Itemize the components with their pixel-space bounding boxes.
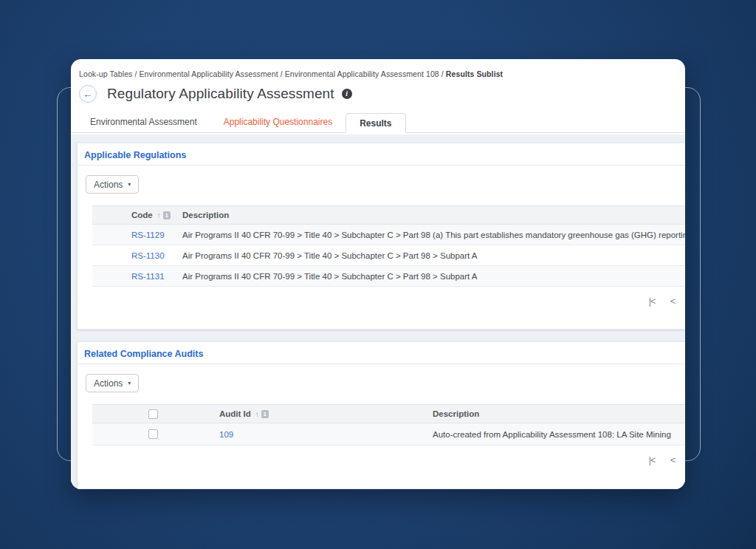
select-all-checkbox[interactable]	[148, 409, 158, 419]
table-row[interactable]: 109 Auto-created from Applicability Asse…	[92, 423, 685, 446]
row-checkbox[interactable]	[148, 429, 158, 439]
previous-page-icon[interactable]: <	[670, 296, 675, 307]
first-page-icon[interactable]: |<	[649, 455, 656, 466]
column-header-description[interactable]: Description	[433, 405, 685, 423]
chevron-down-icon: ▾	[128, 181, 131, 188]
info-icon[interactable]: i	[342, 89, 352, 99]
actions-label: Actions	[94, 378, 123, 389]
audit-id-link[interactable]: 109	[219, 430, 233, 439]
regulation-code-link[interactable]: RS-1130	[131, 251, 165, 260]
related-compliance-audits-header: Related Compliance Audits	[78, 342, 685, 364]
table-row[interactable]: RS-1130 Air Programs II 40 CFR 70-99 > T…	[92, 245, 685, 266]
regulations-pagination: |< <	[78, 294, 685, 307]
regulations-toolbar: Actions ▾	[86, 175, 685, 194]
applicable-regulations-panel: Applicable Regulations Actions ▾ Code↑1	[77, 143, 685, 330]
audits-toolbar: Actions ▾	[86, 374, 685, 392]
actions-label: Actions	[94, 180, 123, 190]
previous-page-icon[interactable]: <	[670, 455, 675, 466]
audits-table: Audit Id↑1 Description 109 Auto-created …	[92, 404, 685, 446]
regulations-table: Code↑1 Description RS-1129 Air Programs …	[92, 205, 685, 287]
regulation-description: Air Programs II 40 CFR 70-99 > Title 40 …	[182, 225, 685, 245]
tab-environmental-assessment[interactable]: Environmental Assessment	[77, 112, 210, 132]
regulation-description: Air Programs II 40 CFR 70-99 > Title 40 …	[182, 245, 685, 266]
table-header-row: Audit Id↑1 Description	[92, 405, 685, 423]
audits-pagination: |< <	[78, 453, 685, 466]
main-window-card: Look-up Tables / Environmental Applicabi…	[71, 59, 685, 489]
back-button[interactable]: ←	[79, 85, 97, 103]
tab-bar: Environmental Assessment Applicability Q…	[71, 112, 685, 133]
breadcrumb: Look-up Tables / Environmental Applicabi…	[71, 59, 685, 78]
related-compliance-audits-panel: Related Compliance Audits Actions ▾ Audi…	[77, 341, 685, 489]
tab-applicability-questionnaires[interactable]: Applicability Questionnaires	[210, 112, 346, 132]
regulation-code-link[interactable]: RS-1129	[131, 231, 165, 239]
column-header-audit-id[interactable]: Audit Id↑1	[207, 405, 433, 423]
section-title: Applicable Regulations	[84, 150, 186, 160]
column-header-description[interactable]: Description	[182, 206, 685, 225]
table-row[interactable]: RS-1129 Air Programs II 40 CFR 70-99 > T…	[92, 225, 685, 245]
first-page-icon[interactable]: |<	[649, 296, 656, 307]
breadcrumb-current: Results Sublist	[446, 69, 503, 78]
column-header-code[interactable]: Code↑1	[92, 206, 182, 225]
tab-results[interactable]: Results	[346, 113, 405, 133]
app-background: Look-up Tables / Environmental Applicabi…	[0, 0, 756, 549]
sort-asc-icon: ↑	[255, 410, 259, 418]
back-arrow-icon: ←	[83, 88, 93, 100]
regulations-actions-button[interactable]: Actions ▾	[86, 175, 139, 194]
section-gap	[77, 330, 685, 341]
table-header-row: Code↑1 Description	[92, 206, 685, 225]
regulation-code-link[interactable]: RS-1131	[131, 272, 165, 281]
regulation-description: Air Programs II 40 CFR 70-99 > Title 40 …	[182, 266, 685, 287]
audits-actions-button[interactable]: Actions ▾	[86, 374, 139, 392]
chevron-down-icon: ▾	[128, 380, 131, 386]
content-area: Applicable Regulations Actions ▾ Code↑1	[71, 134, 685, 489]
sort-order-badge: 1	[261, 410, 269, 418]
page-title: Regulatory Applicability Assessment	[107, 86, 334, 102]
applicable-regulations-header: Applicable Regulations	[78, 143, 685, 166]
section-title: Related Compliance Audits	[84, 349, 203, 359]
sort-order-badge: 1	[163, 211, 171, 219]
breadcrumb-trail[interactable]: Look-up Tables / Environmental Applicabi…	[79, 69, 444, 78]
table-row[interactable]: RS-1131 Air Programs II 40 CFR 70-99 > T…	[92, 266, 685, 287]
audit-description: Auto-created from Applicability Assessme…	[433, 423, 685, 446]
sort-asc-icon: ↑	[157, 211, 161, 219]
page-header: ← Regulatory Applicability Assessment i	[79, 85, 685, 103]
